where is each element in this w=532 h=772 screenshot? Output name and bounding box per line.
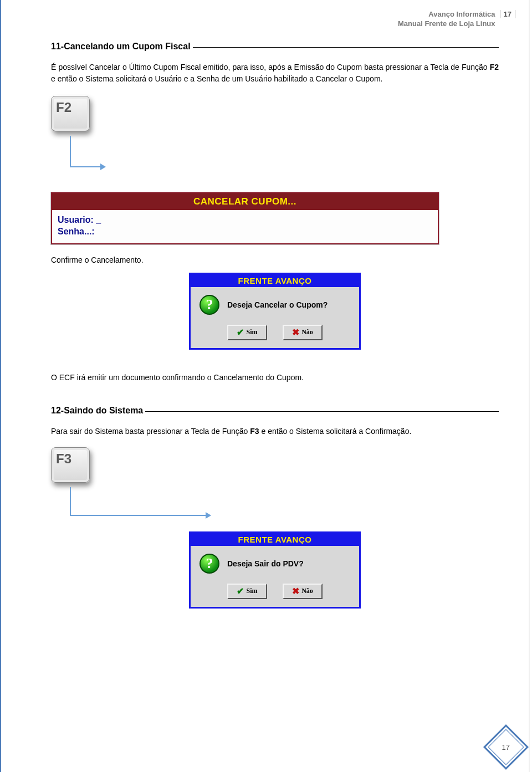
nao-label: Não — [301, 328, 313, 336]
header-line2: Manual Frente de Loja Linux — [398, 19, 495, 29]
para12-a: Para sair do Sistema basta pressionar a … — [51, 427, 250, 436]
check-icon-2: ✔ — [237, 587, 244, 596]
dialog1-message-row: ? Deseja Cancelar o Cupom? — [196, 295, 354, 315]
heading-underline-2 — [145, 411, 499, 412]
header-line1: Avanço Informática — [398, 10, 495, 19]
footer-page-number: 17 — [502, 743, 510, 751]
sim-label-2: Sim — [246, 587, 257, 595]
confirm-cancel-dialog: FRENTE AVANÇO ? Deseja Cancelar o Cupom?… — [189, 273, 361, 350]
para1-part-a: É possível Cancelar o Último Cupom Fisca… — [51, 63, 490, 71]
arrow-icon-2 — [70, 487, 214, 522]
dialog2-wrap: FRENTE AVANÇO ? Deseja Sair do PDV? ✔ Si… — [51, 531, 499, 609]
sim-button-2[interactable]: ✔ Sim — [227, 584, 267, 599]
section-12-title: 12-Saindo do Sistema — [51, 406, 143, 416]
cancel-cupom-window: CANCELAR CUPOM... Usuario: _ Senha...: — [51, 192, 439, 244]
nao-button-2[interactable]: ✖ Não — [283, 584, 323, 599]
section-11-title: 11-Cancelando um Cupom Fiscal — [51, 42, 191, 52]
dialog1-wrap: FRENTE AVANÇO ? Deseja Cancelar o Cupom?… — [51, 273, 499, 350]
question-icon-2: ? — [200, 554, 219, 574]
confirm-exit-dialog: FRENTE AVANÇO ? Deseja Sair do PDV? ✔ Si… — [189, 531, 361, 609]
dialog2-message-row: ? Deseja Sair do PDV? — [196, 554, 354, 574]
header-text: Avanço Informática Manual Frente de Loja… — [398, 10, 500, 29]
right-margin-rule — [529, 0, 530, 772]
page-header: Avanço Informática Manual Frente de Loja… — [398, 10, 515, 29]
dialog2-body: ? Deseja Sair do PDV? ✔ Sim ✖ Não — [191, 546, 359, 607]
section-11-paragraph: É possível Cancelar o Último Cupom Fisca… — [51, 62, 499, 85]
heading-underline — [193, 47, 499, 48]
senha-label: Senha...: — [58, 227, 95, 236]
key-f2-bold: F2 — [490, 63, 499, 71]
f2-key-block: F2 — [51, 96, 499, 131]
f3-key-block: F3 — [51, 447, 499, 483]
document-page: Avanço Informática Manual Frente de Loja… — [0, 0, 532, 772]
dialog2-title: FRENTE AVANÇO — [191, 533, 359, 546]
check-icon: ✔ — [237, 328, 244, 337]
section-11-heading: 11-Cancelando um Cupom Fiscal — [51, 42, 499, 52]
header-page-number: 17 — [500, 10, 515, 18]
dialog2-buttons: ✔ Sim ✖ Não — [196, 584, 354, 599]
sim-label: Sim — [246, 328, 257, 336]
cancel-window-title: CANCELAR CUPOM... — [52, 193, 438, 210]
nao-button[interactable]: ✖ Não — [283, 325, 323, 340]
confirm-text: Confirme o Cancelamento. — [51, 254, 499, 266]
usuario-label: Usuario: — [58, 215, 94, 224]
dialog1-message: Deseja Cancelar o Cupom? — [227, 300, 328, 309]
para12-b: e então o Sistema solicitará a Confirmaç… — [259, 427, 412, 436]
dialog1-title: FRENTE AVANÇO — [191, 274, 359, 287]
sim-button[interactable]: ✔ Sim — [227, 325, 267, 340]
arrow-icon — [70, 136, 109, 175]
dialog1-body: ? Deseja Cancelar o Cupom? ✔ Sim ✖ Não — [191, 287, 359, 348]
ecf-text: O ECF irá emitir um documento confirmand… — [51, 372, 499, 384]
usuario-row: Usuario: _ — [58, 214, 432, 226]
key-f3-bold: F3 — [250, 427, 259, 436]
f2-key-label: F2 — [56, 100, 71, 115]
nao-label-2: Não — [301, 587, 313, 595]
footer-page-ornament: 17 — [483, 724, 529, 770]
section-12-paragraph: Para sair do Sistema basta pressionar a … — [51, 426, 499, 437]
section-12-heading: 12-Saindo do Sistema — [51, 406, 499, 416]
f2-key-icon: F2 — [51, 96, 90, 131]
cancel-window-body: Usuario: _ Senha...: — [52, 210, 438, 243]
para1-part-b: e então o Sistema solicitará o Usuário e… — [51, 74, 382, 83]
dialog2-message: Deseja Sair do PDV? — [227, 559, 304, 568]
x-icon-2: ✖ — [292, 587, 299, 596]
x-icon: ✖ — [292, 328, 299, 337]
senha-row: Senha...: — [58, 226, 432, 238]
usuario-value[interactable]: _ — [96, 215, 101, 224]
f3-key-icon: F3 — [51, 447, 90, 483]
f3-key-label: F3 — [56, 451, 71, 467]
dialog1-buttons: ✔ Sim ✖ Não — [196, 325, 354, 340]
question-icon: ? — [200, 295, 219, 315]
